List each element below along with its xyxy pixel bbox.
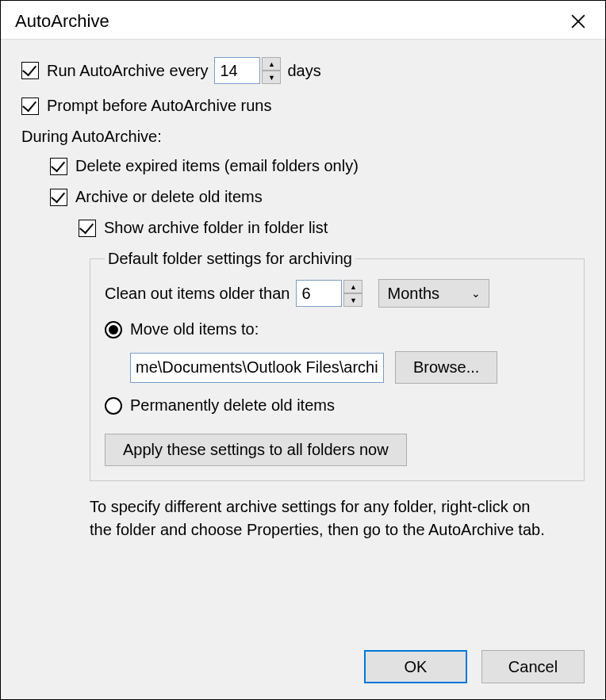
browse-button[interactable]: Browse... [395,351,497,384]
run-every-spin-down[interactable]: ▼ [262,71,281,84]
archive-delete-row: Archive or delete old items [50,188,585,206]
show-archive-folder-checkbox[interactable] [79,220,96,237]
move-old-radio[interactable] [105,321,122,339]
prompt-before-label: Prompt before AutoArchive runs [47,97,271,115]
apply-all-button[interactable]: Apply these settings to all folders now [105,434,407,466]
clean-out-unit-select[interactable]: Months ⌄ [378,279,489,308]
prompt-before-checkbox[interactable] [21,98,39,115]
close-button[interactable] [562,7,594,36]
clean-out-row: Clean out items older than ▲ ▼ Months ⌄ [105,279,570,308]
archive-path-input[interactable] [130,353,384,383]
run-every-label-post: days [287,62,320,80]
delete-expired-row: Delete expired items (email folders only… [50,157,585,175]
clean-out-label: Clean out items older than [105,285,290,303]
run-every-checkbox[interactable] [21,62,39,79]
clean-out-spin-buttons: ▲ ▼ [343,280,362,307]
perm-delete-label: Permanently delete old items [130,396,335,415]
run-every-spin-buttons: ▲ ▼ [262,57,281,84]
run-every-row: Run AutoArchive every ▲ ▼ days [21,57,585,84]
chevron-down-icon: ⌄ [471,287,481,300]
run-every-spinner: ▲ ▼ [214,57,281,84]
archive-delete-label: Archive or delete old items [75,188,263,206]
dialog-title: AutoArchive [15,11,109,32]
dialog-content: Run AutoArchive every ▲ ▼ days Prompt be… [1,39,605,650]
run-every-input[interactable] [214,57,260,84]
clean-out-unit-value: Months [387,285,439,303]
close-icon [571,14,585,29]
delete-expired-checkbox[interactable] [50,158,67,175]
move-old-row: Move old items to: [105,320,570,339]
archive-delete-checkbox[interactable] [50,189,67,206]
default-settings-group: Default folder settings for archiving Cl… [90,250,585,481]
delete-expired-label: Delete expired items (email folders only… [75,157,359,175]
clean-out-spin-down[interactable]: ▼ [343,293,362,307]
move-old-path-row: Browse... [130,351,570,384]
run-every-label-pre: Run AutoArchive every [47,62,208,80]
during-label: During AutoArchive: [21,128,585,146]
hint-text: To specify different archive settings fo… [90,495,550,541]
clean-out-input[interactable] [296,280,342,307]
group-title: Default folder settings for archiving [105,250,355,268]
clean-out-spinner: ▲ ▼ [296,280,362,307]
show-archive-folder-row: Show archive folder in folder list [79,219,585,237]
move-old-label: Move old items to: [130,320,259,339]
dialog-footer: OK Cancel [1,650,605,699]
ok-button[interactable]: OK [364,650,467,683]
titlebar: AutoArchive [1,1,605,39]
perm-delete-row: Permanently delete old items [105,396,570,415]
cancel-button[interactable]: Cancel [481,650,585,683]
clean-out-spin-up[interactable]: ▲ [343,280,362,293]
prompt-before-row: Prompt before AutoArchive runs [21,97,585,115]
perm-delete-radio[interactable] [105,397,122,415]
show-archive-folder-label: Show archive folder in folder list [104,219,328,237]
autoarchive-dialog: AutoArchive Run AutoArchive every ▲ ▼ da… [0,0,606,700]
run-every-spin-up[interactable]: ▲ [262,57,281,71]
